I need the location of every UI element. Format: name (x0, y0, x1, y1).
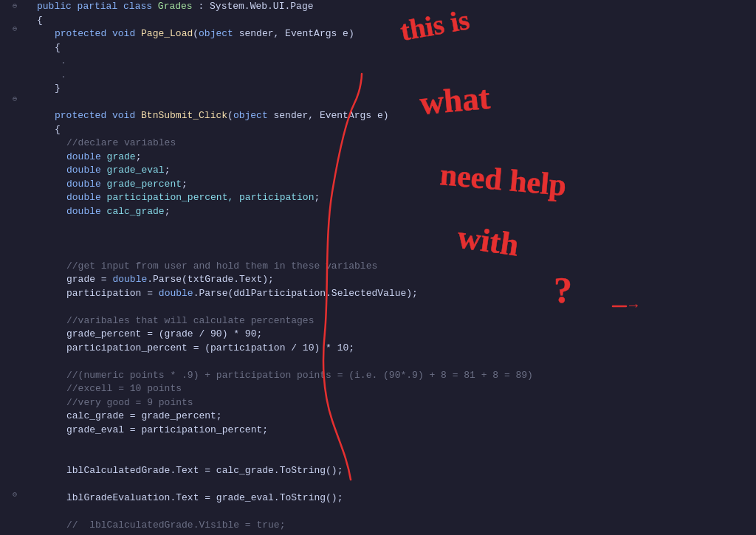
code-line-7: } (37, 82, 756, 96)
param-sender-2: sender, EventArgs e) (268, 109, 389, 123)
comment-varibales: //varibales that will calculate percenta… (66, 314, 314, 328)
code-line-2: { (37, 14, 756, 28)
semi-4: ; (314, 191, 320, 205)
code-line-9: protected void BtnSubmit_Click(object se… (37, 109, 756, 123)
fold-icon-43[interactable]: ⊖ (13, 490, 17, 499)
code-line-11: //declare variables (37, 137, 756, 151)
code-line-8 (37, 96, 756, 110)
code-line-12: double grade; (37, 151, 756, 165)
line-gutter: ⊖ ⊖ ⊖ (0, 0, 30, 535)
gutter-line-9: ⊖ (0, 93, 30, 105)
participation-pct-assign: participation_percent = (participation /… (66, 342, 354, 356)
kw-double-1: double (66, 151, 107, 165)
code-line-15: double participation_percent, participat… (37, 191, 756, 205)
class-grades: Grades (158, 0, 193, 14)
kw-double-3: double (66, 178, 107, 192)
gutter-line-33 (0, 373, 30, 384)
code-line-18 (37, 232, 756, 246)
comment-visible: // lblCalculatedGrade.Visible = true; (66, 519, 285, 533)
kw-protected-1: protected (55, 27, 112, 41)
kw-double-parse2: double (159, 287, 193, 301)
code-line-33 (37, 437, 756, 451)
gutter-line-19 (0, 210, 30, 221)
gutter-line-46 (0, 523, 30, 535)
kw-double-4: double (66, 191, 107, 205)
method-btnsubmit: BtnSubmit_Click (141, 109, 227, 123)
gutter-line-3: ⊖ (0, 24, 30, 35)
editor: ⊖ ⊖ ⊖ (0, 0, 756, 535)
code-line-13: double grade_eval; (37, 164, 756, 178)
gutter-line-18 (0, 198, 30, 210)
semi-3: ; (182, 178, 188, 192)
code-line-26: participation_percent = (participation /… (37, 342, 756, 356)
code-line-25: grade_percent = (grade / 90) * 90; (37, 328, 756, 342)
gutter-line-38 (0, 430, 30, 442)
kw-protected-2: protected (55, 109, 112, 123)
code-line-24: //varibales that will calculate percenta… (37, 314, 756, 328)
grade-assign: grade = (66, 273, 112, 287)
comment-very-good: //very good = 9 points (66, 396, 193, 410)
dot-2: . (61, 69, 66, 83)
code-line-30: //very good = 9 points (37, 396, 756, 410)
code-line-4: { (37, 41, 756, 55)
param-sender-1: sender, EventArgs e) (233, 27, 354, 41)
fold-icon-1[interactable]: ⊖ (13, 1, 17, 10)
gutter-line-37 (0, 419, 30, 431)
code-line-36 (37, 478, 756, 492)
gutter-line-45 (0, 512, 30, 524)
comment-get-input: //get input from user and hold them in t… (66, 260, 377, 274)
gutter-line-32 (0, 361, 30, 373)
parse-2: .Parse(ddlParticipation.SelectedValue); (193, 287, 418, 301)
code-line-32: grade_eval = participation_percent; (37, 424, 756, 438)
gutter-line-17 (0, 186, 30, 198)
gutter-line-34 (0, 384, 30, 396)
kw-void-2: void (112, 109, 141, 123)
code-line-22: participation = double.Parse(ddlParticip… (37, 287, 756, 301)
gutter-line-11 (0, 117, 30, 128)
brace-open: { (37, 14, 43, 28)
gutter-line-42 (0, 477, 30, 489)
params-1: ( (193, 27, 199, 41)
code-content[interactable]: public partial class Grades : System.Web… (30, 0, 756, 535)
code-line-27 (37, 355, 756, 369)
type-object-2: object (233, 109, 268, 123)
code-line-29: //excell = 10 points (37, 382, 756, 396)
gutter-line-6 (0, 58, 30, 70)
var-grade: grade (107, 151, 136, 165)
gutter-line-28 (0, 314, 30, 326)
gutter-line-29 (0, 325, 30, 337)
var-grade-eval: grade_eval (107, 164, 165, 178)
kw-partial: partial (78, 0, 123, 14)
comment-numeric: //(numeric points * .9) + participation … (66, 369, 533, 383)
kw-double-5: double (66, 205, 107, 219)
gutter-line-20 (0, 221, 30, 233)
gutter-line-23 (0, 256, 30, 268)
colon: : System.Web.UI.Page (193, 0, 314, 14)
code-line-35: lblCalculatedGrade.Text = calc_grade.ToS… (37, 464, 756, 478)
code-line-5: . (37, 55, 756, 69)
fold-icon-9[interactable]: ⊖ (13, 94, 17, 103)
code-line-21: grade = double.Parse(txtGrade.Text); (37, 273, 756, 287)
gutter-line-41 (0, 466, 30, 477)
kw-public: public (37, 0, 78, 14)
method-pageload: Page_Load (141, 27, 193, 41)
semi-5: ; (165, 205, 171, 219)
params-2: ( (227, 109, 233, 123)
dot-1: . (61, 55, 66, 69)
brace-open-3: { (55, 123, 61, 137)
code-line-40 (37, 533, 756, 536)
lbl-grade-eval-text: lblGradeEvaluation.Text = grade_eval.ToS… (66, 491, 343, 505)
kw-double-2: double (66, 164, 107, 178)
code-line-39: // lblCalculatedGrade.Visible = true; (37, 519, 756, 533)
code-line-34 (37, 451, 756, 465)
comment-declare: //declare variables (66, 137, 176, 151)
gutter-line-12 (0, 128, 30, 139)
lbl-calc-text: lblCalculatedGrade.Text = calc_grade.ToS… (66, 464, 343, 478)
fold-icon-3[interactable]: ⊖ (13, 24, 17, 33)
kw-void-1: void (112, 27, 141, 41)
code-line-17 (37, 218, 756, 232)
type-object-1: object (199, 27, 233, 41)
gutter-line-35 (0, 396, 30, 407)
gutter-line-14 (0, 151, 30, 163)
code-line-1: public partial class Grades : System.Web… (37, 0, 756, 14)
